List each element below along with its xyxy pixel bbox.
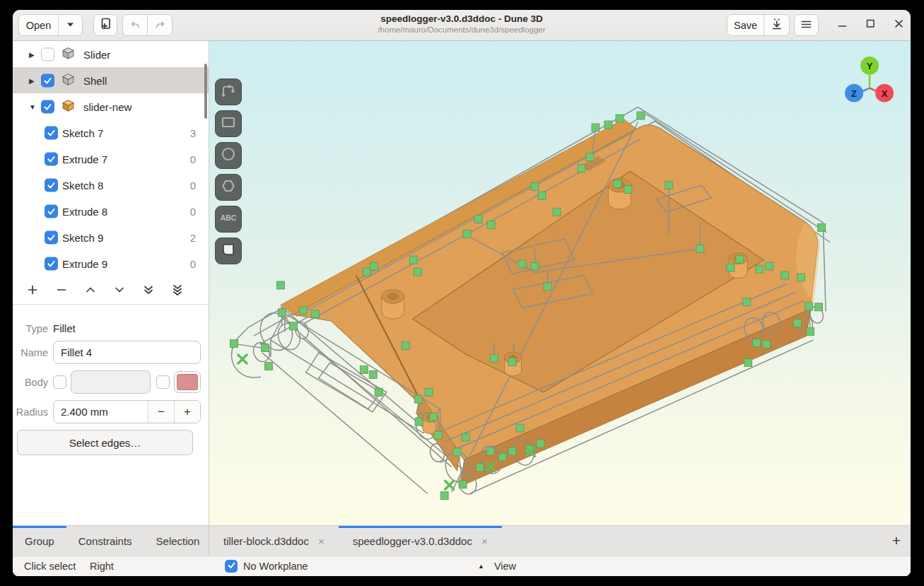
selection-handle[interactable] xyxy=(637,112,645,119)
selection-handle[interactable] xyxy=(370,262,378,270)
selection-handle[interactable] xyxy=(766,262,773,270)
selection-handle[interactable] xyxy=(508,358,516,366)
save-button[interactable]: Save xyxy=(727,15,764,35)
scene-canvas[interactable]: Y Z X xyxy=(209,41,911,525)
chevron-collapsed-icon[interactable]: ▶ xyxy=(29,50,35,58)
chevron-collapsed-icon[interactable]: ▶ xyxy=(29,76,35,84)
menu-button[interactable] xyxy=(794,14,819,36)
close-button[interactable] xyxy=(889,16,908,34)
visibility-checkbox[interactable] xyxy=(41,74,54,87)
selection-handle[interactable] xyxy=(425,388,433,396)
selection-handle[interactable] xyxy=(727,264,735,271)
chevron-expanded-icon[interactable]: ▼ xyxy=(29,102,36,110)
selection-handle[interactable] xyxy=(805,303,813,310)
selection-handle[interactable] xyxy=(797,274,805,281)
selection-handle[interactable] xyxy=(592,124,600,131)
selection-handle[interactable] xyxy=(807,328,814,336)
selection-handle[interactable] xyxy=(538,192,546,200)
visibility-checkbox[interactable] xyxy=(41,100,54,113)
redo-button[interactable] xyxy=(147,15,172,35)
selection-handle[interactable] xyxy=(276,281,284,289)
move-down-group-button[interactable] xyxy=(105,281,134,302)
new-tab-button[interactable] xyxy=(93,14,117,36)
selection-handle[interactable] xyxy=(453,448,461,456)
selection-handle[interactable] xyxy=(756,265,764,273)
selection-handle[interactable] xyxy=(463,230,471,238)
body-color-button[interactable] xyxy=(174,371,201,393)
selection-handle[interactable] xyxy=(459,481,467,488)
body-name-field[interactable] xyxy=(71,370,151,394)
move-up-group-button[interactable] xyxy=(76,281,105,302)
tree-row-slider[interactable]: ▶Slider xyxy=(13,41,209,67)
selection-handle[interactable] xyxy=(665,182,673,189)
workplane-toggle[interactable]: No Workplane xyxy=(225,560,308,573)
selection-handle[interactable] xyxy=(264,363,272,370)
move-down-double-group-button[interactable] xyxy=(134,281,163,302)
selection-handle[interactable] xyxy=(531,262,539,270)
tab-selection[interactable]: Selection xyxy=(144,526,212,556)
maximize-button[interactable] xyxy=(861,16,879,34)
tree-scrollbar[interactable] xyxy=(204,64,207,119)
selection-handle[interactable] xyxy=(414,395,422,403)
view-expander[interactable]: ▲ View xyxy=(478,561,516,572)
tree-row-extrude-7[interactable]: Extrude 70 xyxy=(13,146,209,172)
selection-handle[interactable] xyxy=(743,298,751,306)
selection-handle[interactable] xyxy=(474,215,482,223)
add-group-button[interactable] xyxy=(18,281,47,302)
selection-handle[interactable] xyxy=(498,453,506,461)
tab-constraints[interactable]: Constraints xyxy=(66,526,144,556)
minimize-button[interactable] xyxy=(833,16,851,34)
selection-handle[interactable] xyxy=(289,322,297,330)
selection-handle[interactable] xyxy=(375,388,382,396)
select-edges-button[interactable]: Select edges… xyxy=(17,430,193,455)
visibility-checkbox[interactable] xyxy=(45,257,58,270)
selection-handle[interactable] xyxy=(261,344,269,352)
visibility-checkbox[interactable] xyxy=(45,230,58,244)
tree-row-sketch-7[interactable]: Sketch 73 xyxy=(13,119,209,146)
tree-row-slider-new[interactable]: ▼slider-new xyxy=(13,93,209,119)
draw-circle-tool-button[interactable] xyxy=(215,142,242,169)
visibility-checkbox[interactable] xyxy=(45,204,58,218)
visibility-checkbox[interactable] xyxy=(41,47,54,61)
selection-handle[interactable] xyxy=(531,183,539,191)
selection-handle[interactable] xyxy=(586,153,594,161)
selection-handle[interactable] xyxy=(815,303,823,311)
close-tab-icon[interactable]: × xyxy=(481,535,488,547)
add-document-tab-button[interactable]: + xyxy=(882,526,911,556)
move-to-bottom-group-button[interactable] xyxy=(163,281,192,302)
body-checkbox[interactable] xyxy=(53,375,66,389)
selection-handle[interactable] xyxy=(624,186,632,194)
selection-handle[interactable] xyxy=(614,180,621,188)
draw-rectangle-tool-button[interactable] xyxy=(215,110,242,137)
open-dropdown-button[interactable] xyxy=(58,15,82,35)
tree-row-shell[interactable]: ▶Shell xyxy=(13,67,209,93)
selection-handle[interactable] xyxy=(434,431,442,439)
selection-handle[interactable] xyxy=(553,208,561,216)
selection-handle[interactable] xyxy=(369,370,377,378)
radius-increment-button[interactable]: + xyxy=(174,401,200,423)
tree-row-extrude-8[interactable]: Extrude 80 xyxy=(13,198,209,224)
selection-handle[interactable] xyxy=(604,121,612,129)
selection-handle[interactable] xyxy=(278,309,286,317)
document-tab-speedlogger-v3-0-d3ddoc[interactable]: speedlogger-v3.0.d3ddoc× xyxy=(339,526,502,556)
selection-handle[interactable] xyxy=(794,320,802,327)
document-tab-tiller-block-d3ddoc[interactable]: tiller-block.d3ddoc× xyxy=(209,526,339,556)
radius-decrement-button[interactable]: − xyxy=(148,401,174,423)
selection-handle[interactable] xyxy=(518,260,526,268)
fillet-tool-button[interactable] xyxy=(215,238,242,264)
draw-text-tool-button[interactable]: ABC xyxy=(215,206,242,233)
selection-handle[interactable] xyxy=(230,340,238,348)
body-color-checkbox[interactable] xyxy=(156,375,170,389)
selection-handle[interactable] xyxy=(414,268,421,276)
tree-row-sketch-8[interactable]: Sketch 80 xyxy=(13,172,209,198)
selection-handle[interactable] xyxy=(490,355,498,363)
selection-handle[interactable] xyxy=(616,115,624,122)
selection-handle[interactable] xyxy=(429,413,437,421)
name-field[interactable]: Fillet 4 xyxy=(53,341,201,364)
selection-handle[interactable] xyxy=(818,223,826,231)
tab-group[interactable]: Group xyxy=(13,526,66,556)
tree-row-extrude-9[interactable]: Extrude 90 xyxy=(13,250,209,276)
selection-handle[interactable] xyxy=(363,268,370,276)
selection-handle[interactable] xyxy=(462,433,469,441)
selection-handle[interactable] xyxy=(578,165,585,172)
